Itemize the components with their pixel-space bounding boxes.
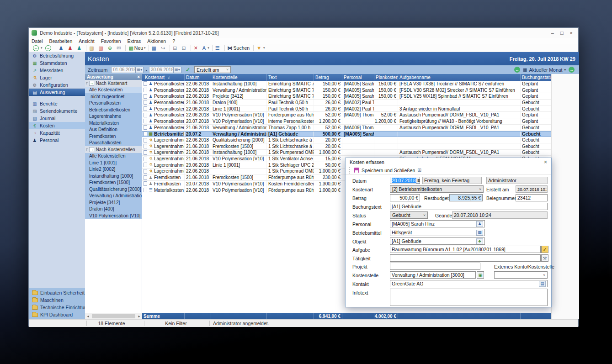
- explorer-row[interactable]: Γ → Qualitätssicherung [2000]: [85, 186, 142, 193]
- table-row[interactable]: Personalkosten 22.06.2018 Verwaltung / A…: [142, 87, 551, 94]
- explorer-row[interactable]: Γ → Personalkosten: [85, 100, 142, 107]
- table-row[interactable]: Lagerentnahme 21.06.2018 Instandhaltung …: [142, 150, 551, 156]
- toolbar-button[interactable]: ← ▾: [32, 45, 44, 52]
- toolbar-button[interactable]: ✉: [115, 45, 124, 52]
- sidebar-folder-item[interactable]: Einbauten Sicherheit: [29, 289, 85, 296]
- belegnummer-input[interactable]: 23412: [516, 194, 548, 201]
- apply-check-icon[interactable]: ✓: [181, 67, 194, 73]
- toolbar-button[interactable]: [170, 45, 170, 51]
- table-row[interactable]: Personalkosten 21.06.2018 Verwaltung / A…: [142, 125, 551, 131]
- previous-month-button[interactable]: ←: [514, 67, 520, 73]
- table-row[interactable]: Personalkosten 22.06.2018 Projekte [3412…: [142, 93, 551, 100]
- explorer-row[interactable]: Γ → -nicht zugeordnet-: [85, 93, 142, 100]
- sidebar-item[interactable]: ⚙ Konfiguration: [29, 81, 85, 89]
- table-row[interactable]: Personalkosten 22.06.2018 Linie 1 [0001]…: [142, 106, 551, 112]
- sidebar-folder-item[interactable]: Technische Einrichtung: [29, 304, 85, 311]
- scrollbar-thumb[interactable]: [92, 314, 135, 318]
- sidebar-item[interactable]: ♟ Personal: [29, 137, 85, 144]
- table-row[interactable]: Lagerentnahme 21.06.2018 Fremdkosten [15…: [142, 143, 551, 150]
- column-header[interactable]: Plankosten: [374, 74, 398, 81]
- sidebar-item[interactable]: ▤ Auswertung: [29, 89, 85, 96]
- explorer-row[interactable]: Γ → Nach Kostenstellen: [85, 146, 142, 153]
- menu-item[interactable]: Datei: [32, 38, 43, 44]
- column-header[interactable]: Buchungsstatus: [521, 74, 551, 81]
- explorer-row[interactable]: Γ → Projekte [3412]: [85, 199, 142, 206]
- explorer-row[interactable]: Γ → Betriebsmittelkosten: [85, 106, 142, 113]
- toolbar-button[interactable]: ⋈ Suchen: [226, 45, 252, 52]
- column-header[interactable]: Kostenart↓: [142, 74, 185, 81]
- datum-input[interactable]: 20.07.2018 ▦: [390, 177, 420, 184]
- toolbar-button[interactable]: ♟: [75, 45, 85, 52]
- table-row[interactable]: Personalkosten 20.07.2018 V10 Polymerisa…: [142, 118, 551, 125]
- wrench-icon[interactable]: ⚒: [541, 254, 548, 262]
- toolbar-button[interactable]: ▩ Neu ▾: [127, 45, 147, 52]
- explorer-hscrollbar[interactable]: ◂ ▸: [85, 313, 142, 319]
- explorer-row[interactable]: Γ → Verwaltung / Administration [3000: [85, 193, 142, 200]
- close-button[interactable]: ×: [570, 30, 573, 36]
- objekt-input[interactable]: [A1] Gebäude ♣: [390, 237, 485, 245]
- column-header[interactable]: Personal: [342, 74, 374, 81]
- sidebar-item[interactable]: ↗ Messdaten: [29, 67, 85, 74]
- explorer-row[interactable]: Γ → Linie2 [0002]: [85, 166, 142, 173]
- maximize-button[interactable]: □: [560, 30, 564, 36]
- explorer-row[interactable]: Γ → Instandhaltung [1000]: [85, 173, 142, 179]
- column-header[interactable]: Betrag: [314, 74, 342, 81]
- projekt-input[interactable]: [390, 263, 480, 270]
- aufgabe-input[interactable]: Raumwartung Büroraum A1-1.02 [Au20180201…: [390, 246, 541, 253]
- explorer-row[interactable]: Γ → Linie 1 [0001]: [85, 159, 142, 166]
- sidebar-item[interactable]: ▥ Berichte: [29, 100, 85, 107]
- toolbar-button[interactable]: →: [44, 45, 54, 52]
- explorer-row[interactable]: Γ → Fremdkosten [1500]: [85, 179, 142, 186]
- save-and-close-button[interactable]: Speichern und Schließen: [362, 168, 415, 173]
- toolbar-button[interactable]: ⊟: [171, 45, 180, 52]
- date-to-input[interactable]: 30.06.2018: [149, 67, 174, 73]
- scroll-right-icon[interactable]: ▸: [136, 314, 142, 318]
- toolbar-button[interactable]: ☰: [214, 45, 223, 52]
- kostenstelle-input[interactable]: Verwaltung / Administration [3000]: [390, 271, 476, 279]
- month-selector[interactable]: ▦ Aktueller Monat ▾: [523, 67, 566, 73]
- toolbar-button[interactable]: ▥: [97, 45, 106, 52]
- toolbar-button[interactable]: ✕: [192, 45, 201, 52]
- personal-input[interactable]: [MA005] Sarah Hinz ♟: [390, 220, 485, 227]
- calendar-icon[interactable]: ▦: [416, 178, 420, 184]
- table-row[interactable]: Betriebsmittelkos 20.07.2 Verwaltung / A…: [142, 131, 551, 137]
- switch-window-icon[interactable]: ⊞: [417, 167, 421, 173]
- buchungstext-input[interactable]: [A1] Gebäude: [390, 203, 548, 210]
- date-from-input[interactable]: 01.06.2018: [111, 67, 136, 73]
- explorer-row[interactable]: Γ → Alle Kostenstellen: [85, 153, 142, 160]
- date-field-selector[interactable]: Erstellt am ˅: [194, 66, 231, 73]
- toolbar-button[interactable]: ⊕: [106, 45, 115, 52]
- equipment-picker-icon[interactable]: ▦: [476, 230, 483, 236]
- calendar-dropdown-icon[interactable]: ▦▾: [174, 67, 181, 73]
- betrag-input[interactable]: 500,00 €: [390, 194, 420, 201]
- column-header[interactable]: Datum: [185, 74, 211, 81]
- status-select[interactable]: Gebucht ˅: [390, 211, 428, 219]
- calendar-dropdown-icon[interactable]: ▦▾: [136, 67, 144, 73]
- toolbar-button[interactable]: ♟: [58, 45, 67, 52]
- toolbar-button[interactable]: [253, 45, 254, 51]
- infotext-textarea[interactable]: [390, 289, 548, 306]
- toolbar-button[interactable]: [149, 45, 149, 51]
- toolbar-button[interactable]: ↪: [160, 45, 168, 52]
- betriebsmittel-input[interactable]: Hilfsgerät ▦: [390, 229, 485, 236]
- toolbar-button[interactable]: ▦: [150, 45, 160, 52]
- sidebar-item[interactable]: ▨ Seriendokumente: [29, 107, 85, 115]
- toolbar-button[interactable]: [191, 45, 191, 51]
- toolbar-button[interactable]: ♟: [66, 45, 75, 52]
- column-header[interactable]: Text: [267, 74, 314, 81]
- explorer-row[interactable]: Γ → Aus Definition: [85, 127, 142, 133]
- toolbar-button[interactable]: ⊡: [180, 45, 189, 52]
- table-row[interactable]: Personalkosten 22.06.2018 V10 Polymerisa…: [142, 112, 551, 118]
- sidebar-folder-item[interactable]: KPI Dashboard: [29, 311, 85, 318]
- externes-konto-select[interactable]: ˅: [494, 271, 548, 279]
- toolbar-button[interactable]: [86, 45, 86, 51]
- sidebar-folder-item[interactable]: Maschinen: [29, 296, 85, 304]
- sidebar-item[interactable]: ⚙ Betriebsführung: [29, 52, 85, 59]
- menu-item[interactable]: Bearbeiten: [49, 38, 73, 44]
- menu-item[interactable]: ?: [172, 38, 175, 44]
- minimize-button[interactable]: –: [551, 30, 554, 36]
- toolbar-button[interactable]: [56, 45, 56, 51]
- explorer-row[interactable]: Γ → Pauschalkosten: [85, 140, 142, 147]
- column-header[interactable]: Aufgabenname: [398, 74, 521, 81]
- explorer-row[interactable]: Γ → Materialkosten: [85, 120, 142, 127]
